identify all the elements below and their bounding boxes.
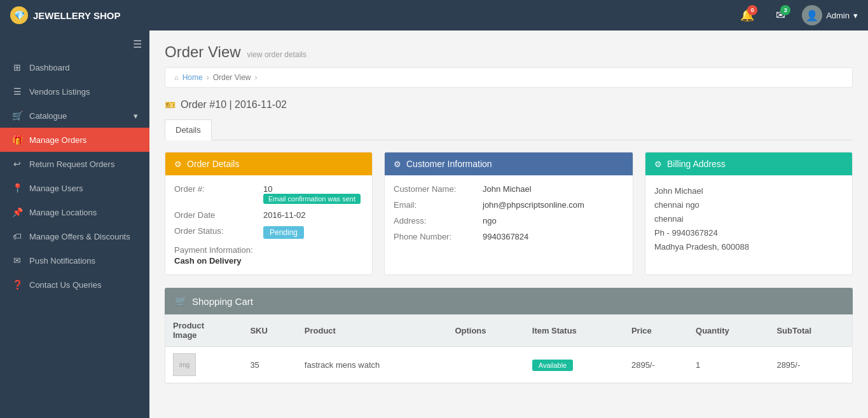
customer-address-row: Address: ngo (394, 216, 624, 226)
gear-icon: ⚙ (174, 159, 182, 169)
cards-row: ⚙ Order Details Order #: 10 Email confir… (165, 152, 853, 275)
customer-info-header: ⚙ Customer Information (385, 152, 633, 175)
cell-product: fastrack mens watch (297, 347, 448, 383)
customer-name-value: John Michael (483, 184, 532, 194)
tab-details[interactable]: Details (165, 119, 212, 140)
customer-name-row: Customer Name: John Michael (394, 184, 624, 194)
sidebar-item-catalogue[interactable]: 🛒 Catalogue ▾ (0, 104, 149, 128)
customer-email-label: Email: (394, 200, 483, 210)
customer-info-body: Customer Name: John Michael Email: john@… (385, 175, 633, 257)
order-details-body: Order #: 10 Email confirmation was sent … (165, 175, 372, 274)
sidebar-item-push-notifications[interactable]: ✉ Push Notifications (0, 248, 149, 273)
order-number-value: 10 (263, 184, 272, 194)
col-sku: SKU (242, 314, 296, 347)
admin-avatar: 👤 (802, 5, 822, 25)
admin-menu-button[interactable]: 👤 Admin ▾ (802, 5, 858, 25)
customer-name-label: Customer Name: (394, 184, 483, 194)
billing-address-header: ⚙ Billing Address (645, 152, 852, 175)
cell-product-image: img (165, 347, 242, 383)
sidebar-item-manage-locations[interactable]: 📌 Manage Locations (0, 200, 149, 224)
chevron-down-icon: ▾ (853, 11, 858, 20)
message-button[interactable]: ✉ 3 (769, 4, 792, 27)
brand: 💎 JEWELLERY SHOP (10, 6, 121, 24)
sidebar-item-label: Manage Locations (29, 208, 97, 217)
col-item-status: Item Status (525, 314, 624, 347)
admin-label: Admin (826, 11, 850, 20)
shopping-cart-header: 🛒 Shopping Cart (165, 288, 853, 314)
brand-icon: 💎 (10, 6, 28, 24)
table-body: img 35 fastrack mens watch Available 289… (165, 347, 852, 383)
order-details-header: ⚙ Order Details (165, 152, 372, 175)
payment-info-value: Cash on Delivery (174, 256, 363, 266)
billing-line3: chennai (654, 212, 843, 226)
order-number-text: Order #10 | 2016-11-02 (181, 99, 287, 111)
page-header: Order View view order details ⌂ Home › O… (165, 43, 853, 88)
tab-bar: Details (165, 119, 853, 140)
page-title: Order View (165, 43, 241, 61)
sidebar-item-contact-us-queries[interactable]: ❓ Contact Us Queries (0, 273, 149, 297)
users-icon: 📍 (11, 183, 23, 193)
shopping-cart-table-wrapper: ProductImage SKU Product Options Item St… (165, 314, 853, 384)
col-product: Product (297, 314, 448, 347)
manage-orders-icon: 🎁 (11, 135, 23, 145)
notifications-icon: ✉ (11, 255, 23, 266)
sidebar-toggle-button[interactable]: ☰ (133, 38, 142, 50)
order-status-badge: Pending (263, 226, 304, 239)
billing-line5: Madhya Pradesh, 600088 (654, 240, 843, 254)
order-number-value-group: 10 Email confirmation was sent (263, 184, 361, 204)
payment-info-group: Payment Information: Cash on Delivery (174, 245, 363, 266)
billing-address-body: John Michael chennai ngo chennai Ph - 99… (645, 175, 852, 263)
customer-phone-row: Phone Number: 9940367824 (394, 232, 624, 241)
sidebar-item-label: Catalogue (29, 111, 67, 121)
layout: ☰ ⊞ Dashboard ☰ Vendors Listings 🛒 Catal… (0, 30, 868, 418)
order-details-card: ⚙ Order Details Order #: 10 Email confir… (165, 152, 373, 275)
sidebar-item-manage-users[interactable]: 📍 Manage Users (0, 176, 149, 200)
nav-right: 🔔 0 ✉ 3 👤 Admin ▾ (736, 4, 858, 27)
sidebar-toggle-area: ☰ (0, 36, 149, 55)
return-orders-icon: ↩ (11, 159, 23, 169)
billing-text: John Michael chennai ngo chennai Ph - 99… (654, 184, 843, 254)
page-title-row: Order View view order details (165, 43, 853, 61)
sidebar-item-label: Manage Users (29, 184, 83, 193)
customer-email-row: Email: john@phpscriptsonline.com (394, 200, 624, 210)
sidebar-item-manage-orders[interactable]: 🎁 Manage Orders (0, 128, 149, 152)
shopping-cart-section: 🛒 Shopping Cart ProductImage SKU Product… (165, 288, 853, 384)
order-number-label: Order #: (174, 184, 263, 194)
order-date-value: 2016-11-02 (263, 210, 306, 220)
sidebar: ☰ ⊞ Dashboard ☰ Vendors Listings 🛒 Catal… (0, 30, 149, 418)
customer-address-value: ngo (483, 216, 497, 226)
home-icon: ⌂ (174, 74, 179, 81)
sidebar-item-label: Vendors Listings (29, 87, 90, 97)
sidebar-item-label: Manage Orders (29, 135, 86, 145)
customer-gear-icon: ⚙ (394, 159, 401, 169)
sidebar-item-vendors-listings[interactable]: ☰ Vendors Listings (0, 79, 149, 104)
customer-phone-label: Phone Number: (394, 232, 483, 241)
cell-quantity: 1 (688, 347, 769, 383)
locations-icon: 📌 (11, 207, 23, 217)
breadcrumb: ⌂ Home › Order View › (165, 67, 853, 88)
message-badge: 3 (780, 5, 790, 15)
sidebar-item-manage-offers-discounts[interactable]: 🏷 Manage Offers & Discounts (0, 224, 149, 248)
payment-info-label: Payment Information: (174, 245, 363, 255)
billing-line2: chennai ngo (654, 198, 843, 212)
table-header: ProductImage SKU Product Options Item St… (165, 314, 852, 347)
breadcrumb-home[interactable]: Home (183, 73, 203, 82)
customer-address-label: Address: (394, 216, 483, 226)
sidebar-item-label: Contact Us Queries (29, 280, 101, 290)
top-navbar: 💎 JEWELLERY SHOP 🔔 0 ✉ 3 👤 Admin ▾ (0, 0, 868, 30)
customer-email-value: john@phpscriptsonline.com (483, 200, 584, 210)
sidebar-item-dashboard[interactable]: ⊞ Dashboard (0, 55, 149, 79)
sidebar-item-return-request-orders[interactable]: ↩ Return Request Orders (0, 152, 149, 176)
order-details-title: Order Details (187, 159, 239, 169)
sidebar-item-label: Dashboard (29, 63, 70, 72)
shopping-cart-title: Shopping Cart (192, 296, 253, 307)
table-row: img 35 fastrack mens watch Available 289… (165, 347, 852, 383)
notification-button[interactable]: 🔔 0 (736, 4, 759, 27)
catalogue-icon: 🛒 (11, 111, 23, 121)
col-product-image: ProductImage (165, 314, 242, 347)
billing-line4: Ph - 9940367824 (654, 226, 843, 240)
order-status-label: Order Status: (174, 226, 263, 236)
sidebar-item-label: Manage Offers & Discounts (29, 232, 130, 241)
customer-info-card: ⚙ Customer Information Customer Name: Jo… (384, 152, 633, 275)
order-number-bar: 🎫 Order #10 | 2016-11-02 (165, 99, 853, 111)
